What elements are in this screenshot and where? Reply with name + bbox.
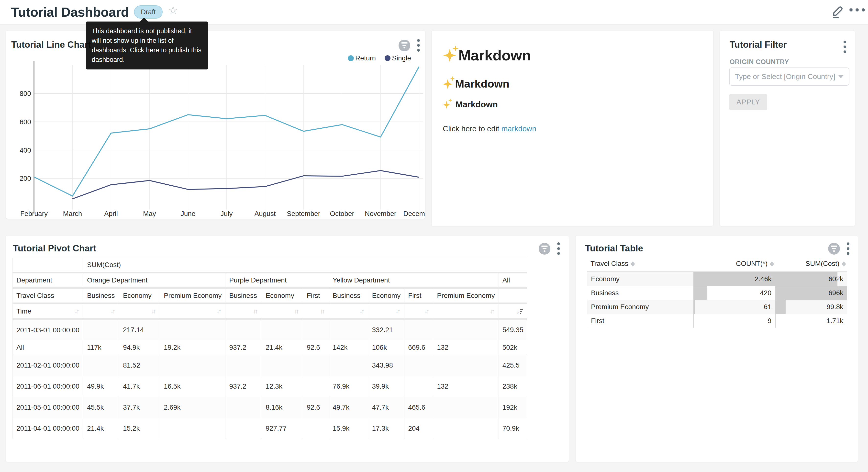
- pivot-cell: [262, 355, 303, 376]
- pivot-sort-cell[interactable]: ↓↑: [368, 303, 404, 319]
- pivot-cell: 343.98: [368, 355, 404, 376]
- pivot-cell: [404, 319, 433, 340]
- sort-icon[interactable]: ↓↑: [253, 307, 258, 315]
- status-badge[interactable]: Draft: [134, 5, 163, 19]
- pivot-cell: 937.2: [225, 376, 262, 397]
- table-row: First91.71k: [587, 314, 847, 328]
- sort-icon: [842, 261, 846, 267]
- markdown-edit-link[interactable]: markdown: [501, 124, 536, 133]
- cell-travel-class: Premium Economy: [587, 300, 693, 314]
- pivot-cell: 45.5k: [83, 397, 119, 418]
- sort-icon[interactable]: ↓↑: [216, 307, 221, 315]
- pivot-sort-cell[interactable]: ↓↑: [83, 303, 119, 319]
- svg-text:March: March: [63, 210, 82, 217]
- card-title: Tutorial Filter: [730, 40, 787, 50]
- pivot-cell: 76.9k: [329, 376, 368, 397]
- apply-button[interactable]: APPLY: [729, 94, 767, 110]
- pivot-sort-cell[interactable]: ↓: [499, 303, 527, 319]
- data-table: Travel ClassCOUNT(*)SUM(Cost)Economy2.46…: [587, 258, 847, 328]
- pivot-cell: 41.7k: [119, 376, 160, 397]
- sort-icon[interactable]: ↓↑: [490, 307, 495, 315]
- pivot-sort-cell[interactable]: ↓↑: [119, 303, 160, 319]
- pivot-cell: 37.7k: [119, 397, 160, 418]
- table-kebab-menu[interactable]: [847, 242, 849, 255]
- sort-icon[interactable]: ↓↑: [110, 307, 115, 315]
- pivot-sort-cell[interactable]: ↓↑: [262, 303, 303, 319]
- filter-field-label: ORIGIN COUNTRY: [730, 58, 789, 66]
- filter-indicator-icon[interactable]: [828, 243, 840, 255]
- legend-item-return[interactable]: Return: [348, 54, 376, 62]
- legend-dot-return: [348, 55, 354, 61]
- sort-icon[interactable]: ↓↑: [320, 307, 325, 315]
- header-more-menu-button[interactable]: [849, 8, 865, 11]
- pivot-row-label: 2011-03-01 00:00:00: [13, 319, 83, 340]
- pivot-class-header: Economy: [368, 288, 404, 303]
- column-header-sum-cost[interactable]: SUM(Cost): [775, 258, 847, 272]
- pivot-cell: 70.9k: [499, 418, 527, 439]
- pivot-cell: [83, 319, 119, 340]
- filter-indicator-icon[interactable]: [539, 243, 550, 255]
- pivot-kebab-menu[interactable]: [557, 242, 560, 255]
- pivot-cell: 21.4k: [262, 340, 303, 355]
- filter-card: Tutorial Filter ORIGIN COUNTRY Type or S…: [720, 31, 855, 226]
- pivot-row-label: 2011-06-01 00:00:00: [13, 376, 83, 397]
- pivot-cell: [160, 319, 225, 340]
- pivot-cell: 106k: [368, 340, 404, 355]
- pivot-class-header: First: [404, 288, 433, 303]
- favorite-star-icon[interactable]: ☆: [168, 4, 178, 17]
- pivot-row-label: 2011-05-01 00:00:00: [13, 397, 83, 418]
- pivot-class-header: Premium Economy: [433, 288, 499, 303]
- pivot-cell: [160, 418, 225, 439]
- sort-icon[interactable]: ↓↑: [74, 307, 80, 315]
- svg-text:800: 800: [20, 90, 31, 97]
- pivot-cell: 2.69k: [160, 397, 225, 418]
- sort-desc-icon[interactable]: ↓: [516, 307, 524, 315]
- sort-icon[interactable]: ↓↑: [395, 307, 401, 315]
- pivot-cell: [303, 376, 329, 397]
- pivot-cell: 927.77: [262, 418, 303, 439]
- pivot-cell: [433, 397, 499, 418]
- sort-icon[interactable]: ↓↑: [424, 307, 429, 315]
- pivot-class-header: Business: [225, 288, 262, 303]
- cell-count: 61: [693, 300, 775, 314]
- svg-text:400: 400: [20, 147, 31, 154]
- pivot-cell: 16.5k: [160, 376, 225, 397]
- column-header-travel-class[interactable]: Travel Class: [587, 258, 693, 272]
- pivot-cell: 19.2k: [160, 340, 225, 355]
- table-row: Business420696k: [587, 286, 847, 300]
- pivot-cell: 94.9k: [119, 340, 160, 355]
- pivot-cell: 47.7k: [368, 397, 404, 418]
- sort-icon[interactable]: ↓↑: [294, 307, 299, 315]
- pivot-sort-cell[interactable]: ↓↑: [303, 303, 329, 319]
- legend-item-single[interactable]: Single: [384, 54, 411, 62]
- pivot-cell: 332.21: [368, 319, 404, 340]
- pivot-class-header: First: [303, 288, 329, 303]
- tooltip-text: This dashboard is not published, it will…: [92, 27, 202, 63]
- data-table-container: Travel ClassCOUNT(*)SUM(Cost)Economy2.46…: [587, 258, 847, 328]
- column-header-count[interactable]: COUNT(*): [693, 258, 775, 272]
- sparkles-icon: [443, 78, 455, 90]
- svg-text:May: May: [143, 210, 156, 217]
- pivot-time-header[interactable]: Time↓↑: [13, 303, 83, 319]
- draft-tooltip: This dashboard is not published, it will…: [86, 22, 208, 69]
- pivot-sort-cell[interactable]: ↓↑: [433, 303, 499, 319]
- pivot-sort-cell[interactable]: ↓↑: [404, 303, 433, 319]
- pivot-row-label: 2011-02-01 00:00:00: [13, 355, 83, 376]
- pivot-sort-cell[interactable]: ↓↑: [329, 303, 368, 319]
- edit-dashboard-button[interactable]: [831, 3, 844, 19]
- svg-text:December: December: [403, 210, 426, 217]
- pivot-cell: [433, 319, 499, 340]
- markdown-paragraph: Click here to edit markdown: [443, 124, 702, 133]
- filter-kebab-menu[interactable]: [843, 40, 846, 53]
- pivot-sort-cell[interactable]: ↓↑: [160, 303, 225, 319]
- origin-country-select[interactable]: Type or Select [Origin Country]: [729, 67, 849, 86]
- svg-text:September: September: [287, 210, 320, 217]
- pivot-sort-cell[interactable]: ↓↑: [225, 303, 262, 319]
- sort-icon[interactable]: ↓↑: [151, 307, 156, 315]
- pivot-cell: [433, 355, 499, 376]
- pivot-cell: 217.14: [119, 319, 160, 340]
- pivot-cell: 204: [404, 418, 433, 439]
- sort-icon[interactable]: ↓↑: [359, 307, 364, 315]
- svg-text:November: November: [365, 210, 396, 217]
- pivot-cell: 12.3k: [262, 376, 303, 397]
